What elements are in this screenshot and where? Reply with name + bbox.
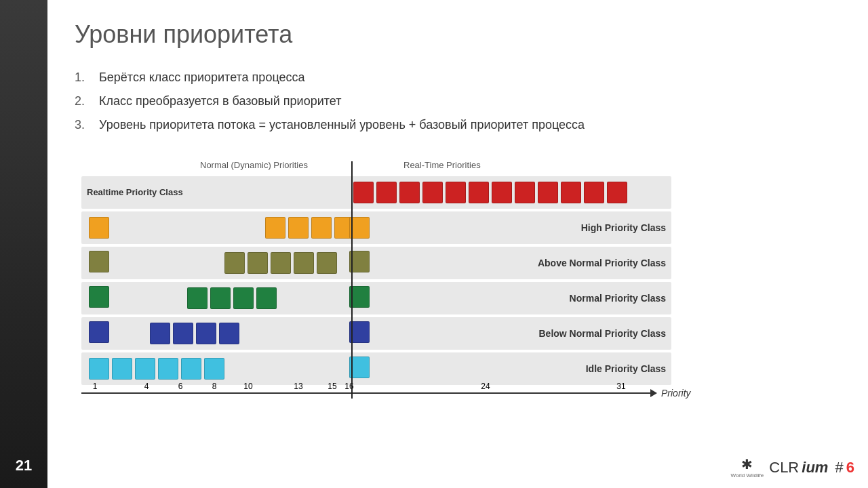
below-normal-priority-label: Below Normal Priority Class xyxy=(538,328,666,339)
x-tick-1: 1 xyxy=(93,382,98,391)
box xyxy=(89,251,109,272)
chart-container: Normal (Dynamic) Priorities Real-Time Pr… xyxy=(75,160,841,474)
box xyxy=(135,358,155,380)
box xyxy=(311,217,332,239)
box xyxy=(181,358,201,380)
box xyxy=(219,323,239,344)
box xyxy=(294,252,314,274)
list-item-1: 1. Берётся класс приоритета процесса xyxy=(75,69,841,86)
logo-ium: ium xyxy=(802,459,828,476)
x-tick-4: 4 xyxy=(144,382,149,391)
list-section: 1. Берётся класс приоритета процесса 2. … xyxy=(75,69,841,141)
x-axis-arrow xyxy=(650,389,657,397)
list-item-3: 3. Уровень приоритета потока = установле… xyxy=(75,117,841,134)
list-num-1: 1. xyxy=(75,69,99,86)
list-num-3: 3. xyxy=(75,117,99,134)
box xyxy=(492,182,512,203)
list-text-2: Класс преобразуется в базовый приоритет xyxy=(99,93,341,110)
priority-row-realtime: Realtime Priority Class xyxy=(81,176,671,209)
logo-num: 6 xyxy=(846,459,854,476)
x-tick-24: 24 xyxy=(481,382,490,391)
list-num-2: 2. xyxy=(75,93,99,110)
box xyxy=(265,217,285,239)
x-tick-8: 8 xyxy=(212,382,217,391)
logo-icon: ✱ xyxy=(741,456,753,472)
box xyxy=(248,252,268,274)
box xyxy=(538,182,558,203)
priority-row-above-normal: Above Normal Priority Class xyxy=(81,247,671,279)
chart-label-realtime: Real-Time Priorities xyxy=(403,160,481,170)
sidebar: 21 xyxy=(0,0,47,488)
box xyxy=(89,321,109,343)
box xyxy=(376,182,397,203)
box xyxy=(204,358,224,380)
logo-hash: # xyxy=(831,459,843,476)
box xyxy=(150,323,170,344)
x-tick-31: 31 xyxy=(616,382,625,391)
priority-axis-label: Priority xyxy=(661,388,691,399)
main-content: Уровни приоритета 1. Берётся класс приор… xyxy=(47,0,868,488)
high-priority-label: High Priority Class xyxy=(581,222,666,233)
x-tick-13: 13 xyxy=(294,382,302,391)
box xyxy=(89,358,109,380)
box xyxy=(353,182,374,203)
x-tick-10: 10 xyxy=(243,382,252,391)
list-item-2: 2. Класс преобразуется в базовый приорит… xyxy=(75,93,841,110)
divider-line xyxy=(351,161,353,399)
box xyxy=(469,182,489,203)
box xyxy=(288,217,309,239)
box xyxy=(584,182,604,203)
box xyxy=(89,286,109,308)
box xyxy=(196,323,216,344)
box xyxy=(607,182,627,203)
x-tick-15: 15 xyxy=(328,382,336,391)
priority-row-below-normal: Below Normal Priority Class xyxy=(81,317,671,350)
box xyxy=(210,287,231,309)
normal-priority-label: Normal Priority Class xyxy=(570,293,666,304)
box xyxy=(224,252,245,274)
box xyxy=(256,287,277,309)
list-text-3: Уровень приоритета потока = установленны… xyxy=(99,117,585,134)
page-title: Уровни приоритета xyxy=(75,20,841,49)
idle-priority-label: Idle Priority Class xyxy=(586,363,666,374)
x-tick-6: 6 xyxy=(178,382,183,391)
logo-sub: World Wildlife xyxy=(731,472,764,479)
box xyxy=(317,252,337,274)
box xyxy=(158,358,178,380)
box xyxy=(233,287,254,309)
box xyxy=(187,287,208,309)
box xyxy=(112,358,132,380)
box xyxy=(422,182,443,203)
logo-clr: CLR xyxy=(769,459,799,476)
box xyxy=(399,182,420,203)
priority-row-high: High Priority Class xyxy=(81,211,671,244)
chart-label-normal: Normal (Dynamic) Priorities xyxy=(200,160,308,170)
priority-row-normal: Normal Priority Class xyxy=(81,282,671,314)
box xyxy=(89,217,109,239)
box xyxy=(173,323,193,344)
slide-number: 21 xyxy=(16,457,32,474)
list-text-1: Берётся класс приоритета процесса xyxy=(99,69,305,86)
box xyxy=(515,182,535,203)
priority-row-idle: Idle Priority Class xyxy=(81,352,671,385)
logo-area: ✱ World Wildlife CLRium #6 xyxy=(731,456,855,479)
above-normal-priority-label: Above Normal Priority Class xyxy=(538,258,666,268)
box xyxy=(446,182,466,203)
box xyxy=(561,182,581,203)
box xyxy=(271,252,291,274)
